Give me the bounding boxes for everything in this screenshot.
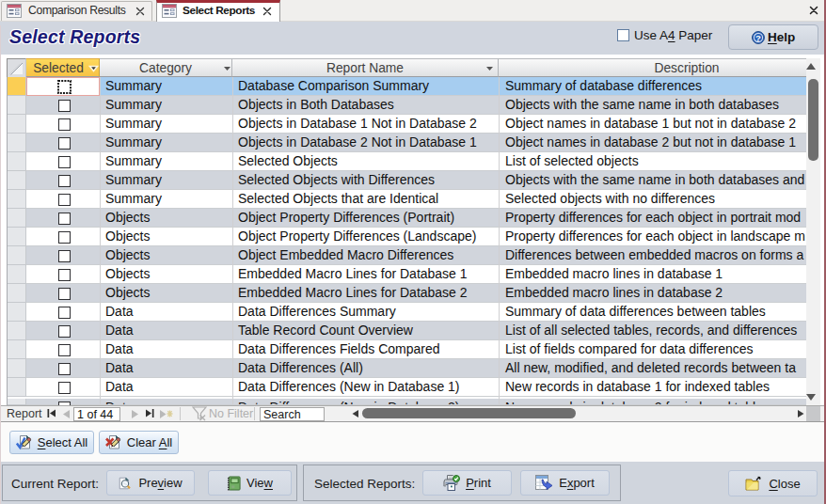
svg-text:?: ? xyxy=(755,33,761,43)
